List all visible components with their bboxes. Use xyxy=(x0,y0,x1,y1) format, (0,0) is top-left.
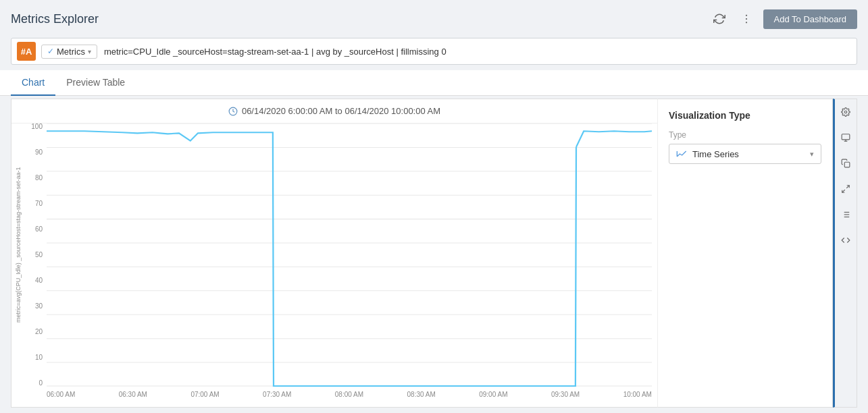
chart-svg-container xyxy=(47,123,652,387)
x-tick-1000: 10:00 AM xyxy=(623,391,652,398)
add-to-dashboard-button[interactable]: Add To Dashboard xyxy=(763,9,857,29)
resize-button[interactable] xyxy=(838,182,853,196)
x-tick-0900: 09:00 AM xyxy=(479,391,507,398)
y-tick-60: 60 xyxy=(35,226,43,233)
more-options-button[interactable] xyxy=(736,10,757,28)
y-tick-40: 40 xyxy=(35,277,43,284)
svg-rect-21 xyxy=(844,162,850,167)
x-tick-0830: 08:30 AM xyxy=(407,391,436,398)
type-select[interactable]: Time Series ▾ xyxy=(669,144,821,164)
more-icon xyxy=(740,13,752,25)
y-tick-90: 90 xyxy=(35,149,43,156)
chart-header: 06/14/2020 6:00:00 AM to 06/14/2020 10:0… xyxy=(11,99,657,123)
y-tick-50: 50 xyxy=(35,252,43,258)
page-title: Metrics Explorer xyxy=(11,12,99,26)
x-tick-0800: 08:00 AM xyxy=(335,391,363,398)
metrics-label: Metrics xyxy=(57,47,85,57)
select-chevron-icon: ▾ xyxy=(810,150,814,159)
type-label: Type xyxy=(669,130,821,140)
chart-body: metric=avg(CPU_Idle) _sourceHost=stag-st… xyxy=(11,123,657,407)
x-tick-0600: 06:00 AM xyxy=(47,391,75,398)
time-series-icon xyxy=(676,148,687,159)
chart-svg xyxy=(47,123,652,387)
tab-preview-table[interactable]: Preview Table xyxy=(55,70,136,96)
svg-rect-18 xyxy=(842,134,850,140)
tabs-bar: Chart Preview Table xyxy=(0,70,868,96)
settings-button[interactable] xyxy=(838,105,853,119)
selected-type-label: Time Series xyxy=(692,149,739,159)
chevron-down-icon: ▾ xyxy=(88,48,91,55)
svg-line-23 xyxy=(842,190,845,192)
x-tick-0630: 06:30 AM xyxy=(119,391,147,398)
list-button[interactable] xyxy=(838,207,853,222)
y-tick-30: 30 xyxy=(35,303,43,310)
y-axis-label: metric=avg(CPU_Idle) _sourceHost=stag-st… xyxy=(15,188,22,323)
tab-chart[interactable]: Chart xyxy=(11,70,55,96)
gear-icon xyxy=(841,107,850,117)
query-text: metric=CPU_Idle _sourceHost=stag-stream-… xyxy=(104,47,851,57)
y-tick-20: 20 xyxy=(35,329,43,335)
visualization-title: Visualization Type xyxy=(669,110,821,121)
resize-icon xyxy=(841,184,850,194)
chart-area: 06/14/2020 6:00:00 AM to 06/14/2020 10:0… xyxy=(11,99,657,408)
header-actions: Add To Dashboard xyxy=(709,9,857,29)
query-tag: #A xyxy=(17,42,36,61)
svg-point-1 xyxy=(745,18,746,20)
clock-icon xyxy=(228,107,238,116)
y-tick-10: 10 xyxy=(35,354,43,361)
y-tick-100: 100 xyxy=(31,123,43,130)
svg-point-17 xyxy=(844,111,847,113)
copy-icon xyxy=(841,159,850,168)
code-icon xyxy=(841,236,850,245)
svg-line-22 xyxy=(846,186,849,188)
metrics-pill[interactable]: ✓ Metrics ▾ xyxy=(41,45,97,59)
copy-button[interactable] xyxy=(838,156,853,171)
code-button[interactable] xyxy=(838,233,853,248)
svg-point-0 xyxy=(745,15,746,16)
list-icon xyxy=(841,210,850,219)
x-tick-0730: 07:30 AM xyxy=(263,391,291,398)
header: Metrics Explorer Add To Dashboard xyxy=(0,0,868,38)
x-tick-0700: 07:00 AM xyxy=(190,391,219,398)
check-icon: ✓ xyxy=(47,47,54,56)
right-sidebar xyxy=(833,99,857,408)
time-range-label: 06/14/2020 6:00:00 AM to 06/14/2020 10:0… xyxy=(242,106,440,116)
monitor-icon xyxy=(841,133,850,142)
refresh-button[interactable] xyxy=(709,10,730,28)
x-tick-0930: 09:30 AM xyxy=(551,391,580,398)
y-tick-80: 80 xyxy=(35,175,43,182)
y-tick-70: 70 xyxy=(35,200,43,207)
svg-point-2 xyxy=(745,22,746,23)
query-bar: #A ✓ Metrics ▾ metric=CPU_Idle _sourceHo… xyxy=(11,38,857,65)
visualization-panel: Visualization Type Type Time Series ▾ xyxy=(657,99,833,408)
refresh-icon xyxy=(713,13,725,25)
monitor-button[interactable] xyxy=(838,130,853,145)
y-tick-0: 0 xyxy=(39,380,43,387)
